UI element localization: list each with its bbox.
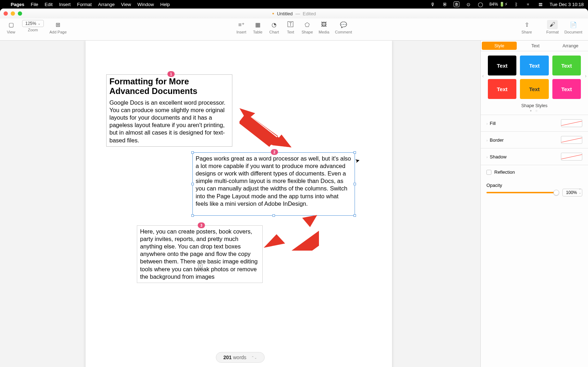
text-overflow-plus-icon[interactable]: ＋ (198, 264, 202, 268)
text-box-3[interactable]: Here, you can create posters, book cover… (137, 225, 263, 283)
swatch-page-dots[interactable]: ● ○ (481, 109, 588, 115)
toolbar-chart-label: Chart (269, 30, 279, 34)
toolbar-view[interactable]: ▢ View (6, 20, 16, 34)
toolbar-document[interactable]: 📄 Document (564, 20, 582, 34)
style-swatch-blue[interactable]: Text (520, 56, 548, 75)
shape-style-swatches: ‹ › Text Text Text Text Text Text (481, 51, 588, 100)
border-section[interactable]: ›Border (481, 131, 588, 148)
text-box-1-heading[interactable]: Formatting for More Advanced Documents (109, 77, 229, 96)
style-swatch-red[interactable]: Text (488, 79, 516, 99)
style-swatch-pink[interactable]: Text (552, 79, 581, 99)
text-box-2-body[interactable]: Pages works great as a word processor as… (196, 155, 352, 208)
battery-status[interactable]: 84% 🔋⚡︎ (489, 2, 507, 7)
word-count-pill[interactable]: 201 words ⌃⌄ (216, 352, 265, 363)
toolbar-table[interactable]: ▦ Table (252, 20, 263, 34)
menu-arrange[interactable]: Arrange (98, 2, 114, 7)
app-name[interactable]: Pages (11, 2, 24, 7)
text-box-3-body[interactable]: Here, you can create posters, book cover… (140, 228, 259, 281)
menu-format[interactable]: Format (77, 2, 92, 7)
shadow-label: Shadow (490, 154, 506, 159)
document-icon: 📄 (568, 20, 579, 29)
menu-help[interactable]: Help (160, 2, 170, 7)
fill-none-swatch[interactable] (561, 119, 582, 127)
shape-icon: ⬠ (302, 20, 313, 29)
text-box-2[interactable]: Pages works great as a word processor as… (192, 152, 355, 216)
mic-icon[interactable]: 🎙 (429, 1, 436, 7)
resize-handle-w[interactable] (191, 183, 194, 185)
text-box-1[interactable]: Formatting for More Advanced Documents G… (106, 74, 232, 147)
menu-insert[interactable]: Insert (59, 2, 71, 7)
canvas[interactable]: Formatting for More Advanced Documents G… (0, 41, 480, 367)
chart-icon: ◔ (269, 20, 279, 29)
document-page[interactable]: Formatting for More Advanced Documents G… (86, 41, 392, 367)
menubar-clock[interactable]: Tue Dec 3 10:18 (550, 2, 584, 7)
document-name[interactable]: Untitled (277, 11, 293, 16)
svg-marker-6 (264, 234, 285, 248)
view-icon: ▢ (6, 20, 16, 29)
main-area: Formatting for More Advanced Documents G… (0, 41, 588, 367)
resize-handle-sw[interactable] (191, 214, 194, 217)
tab-text[interactable]: Text (518, 41, 553, 51)
word-count-label: words (233, 355, 246, 360)
reflection-checkbox[interactable] (486, 170, 491, 175)
toolbar-chart[interactable]: ◔ Chart (269, 20, 279, 34)
wifi-icon[interactable]: ᯤ (525, 1, 532, 7)
link-badge-1[interactable]: 1 (167, 71, 175, 77)
chevron-updown-icon[interactable]: ⌃⌄ (251, 356, 257, 360)
shadow-section[interactable]: ›Shadow (481, 148, 588, 165)
border-none-swatch[interactable] (561, 136, 582, 144)
bluetooth-icon[interactable]: ᛒ (513, 1, 520, 7)
opacity-label: Opacity (481, 179, 588, 188)
toolbar-insert-label: Insert (236, 30, 246, 34)
shield-icon[interactable]: ⛨ (442, 1, 448, 7)
toolbar-zoom[interactable]: 125% ⌄ Zoom (22, 20, 44, 32)
toolbar-insert[interactable]: ≡⁺ Insert (236, 20, 247, 34)
zoom-select[interactable]: 125% ⌄ (22, 20, 44, 27)
toolbar-share[interactable]: ⇪ Share (521, 20, 532, 34)
toolbar-text[interactable]: 🅃 Text (285, 20, 296, 34)
comment-icon: 💬 (338, 20, 349, 29)
menu-view[interactable]: View (121, 2, 131, 7)
toolbar-comment[interactable]: 💬 Comment (335, 20, 352, 34)
tab-style[interactable]: Style (482, 42, 517, 50)
toolbar-table-label: Table (253, 30, 262, 34)
toolbar-shape-label: Shape (301, 30, 313, 34)
toolbar-format[interactable]: 🖌 Format (546, 20, 559, 34)
resize-handle-e[interactable] (354, 183, 356, 185)
battery-icon: 🔋⚡︎ (499, 2, 507, 7)
menu-edit[interactable]: Edit (45, 2, 52, 7)
swatch-prev-icon[interactable]: ‹ (482, 73, 484, 79)
tab-arrange[interactable]: Arrange (553, 41, 588, 51)
control-center-icon[interactable]: 𝌆 (537, 1, 544, 7)
link-badge-3[interactable]: 3 (198, 222, 205, 228)
resize-handle-nw[interactable] (191, 151, 194, 154)
window-titlebar: ● Untitled — Edited (0, 9, 588, 19)
swatch-next-icon[interactable]: › (585, 73, 587, 79)
toolbar-shape[interactable]: ⬠ Shape (301, 20, 313, 34)
b-status-icon[interactable]: B (454, 1, 459, 7)
fill-label: Fill (490, 121, 496, 126)
word-count-number: 201 (223, 355, 232, 360)
toolbar-text-label: Text (287, 30, 294, 34)
menu-window[interactable]: Window (138, 2, 154, 7)
toolbar-share-label: Share (521, 30, 532, 34)
opacity-value-stepper[interactable]: 100% (562, 189, 582, 196)
style-swatch-black[interactable]: Text (488, 56, 516, 75)
play-status-icon[interactable]: ⊙ (465, 1, 471, 7)
style-swatch-green[interactable]: Text (552, 56, 581, 75)
shadow-none-swatch[interactable] (561, 153, 582, 161)
disclosure-icon: › (486, 122, 488, 126)
text-box-1-body[interactable]: Google Docs is an excellent word process… (109, 99, 229, 144)
opacity-slider[interactable] (486, 192, 559, 193)
style-swatch-yellow[interactable]: Text (520, 79, 548, 99)
toolbar-add-page[interactable]: ⊞ Add Page (50, 20, 67, 34)
toolbar-media[interactable]: 🖼 Media (319, 20, 329, 34)
menu-file[interactable]: File (31, 2, 38, 7)
resize-handle-ne[interactable] (354, 151, 356, 154)
border-label: Border (490, 137, 504, 143)
toolbar-comment-label: Comment (335, 30, 352, 34)
fill-section[interactable]: ›Fill (481, 115, 588, 131)
circle-status-icon[interactable]: ◯ (477, 1, 484, 7)
reflection-section[interactable]: Reflection (481, 165, 588, 179)
resize-handle-se[interactable] (354, 214, 356, 217)
